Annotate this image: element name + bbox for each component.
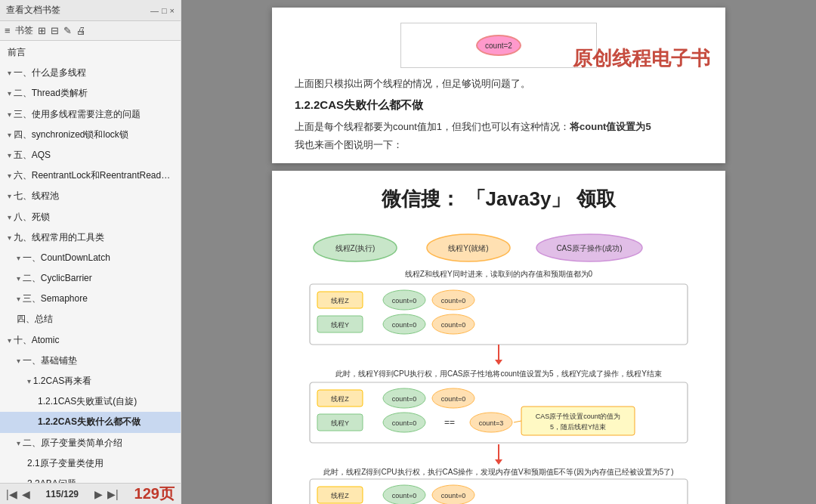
toc-item-9-1[interactable]: 一、CountDownLatch: [0, 248, 181, 268]
menu-icon[interactable]: ≡: [5, 25, 11, 36]
nav-arrows: |◀ ◀: [6, 488, 30, 500]
svg-text:5，随后线程Y结束: 5，随后线程Y结束: [550, 423, 606, 431]
svg-text:线程Z(执行): 线程Z(执行): [335, 244, 376, 252]
toc-item-5[interactable]: 五、AQS: [0, 145, 181, 165]
toc-item-10-2-2[interactable]: 2.2ABA问题: [0, 474, 181, 483]
svg-text:CAS原子操作(成功): CAS原子操作(成功): [556, 244, 622, 252]
window-title: 查看文档书签: [6, 4, 60, 17]
prev-page-icon[interactable]: ◀: [22, 488, 30, 500]
svg-text:count=0: count=0: [441, 395, 465, 403]
svg-text:线程Z: 线程Z: [331, 492, 349, 499]
print-icon[interactable]: 🖨: [76, 25, 86, 36]
last-page-icon[interactable]: ▶|: [107, 488, 119, 500]
next-page-icon[interactable]: ▶: [94, 488, 103, 500]
bold-part: 将count值设置为5: [570, 121, 651, 132]
svg-text:此时，线程Z得到CPU执行权，执行CAS操作，发现内存值V和: 此时，线程Z得到CPU执行权，执行CAS操作，发现内存值V和预期值E不等(因为内…: [323, 468, 673, 476]
svg-text:count=0: count=0: [441, 321, 465, 329]
current-page: 115: [46, 489, 61, 499]
svg-text:线程Z: 线程Z: [331, 297, 349, 305]
first-page-icon[interactable]: |◀: [6, 488, 17, 500]
intro-text: 上面图只模拟出两个线程的情况，但足够说明问题了。: [295, 77, 703, 91]
svg-rect-37: [521, 407, 635, 435]
toc-item-2[interactable]: 二、Thread类解析: [0, 83, 181, 104]
toc-item-9[interactable]: 九、线程常用的工具类: [0, 227, 181, 248]
svg-text:count=0: count=0: [441, 297, 465, 305]
svg-text:==: ==: [444, 417, 455, 428]
collapse-icon[interactable]: ⊟: [51, 25, 59, 36]
toc-item-9-2[interactable]: 二、CyclicBarrier: [0, 268, 181, 289]
minimize-icon[interactable]: —: [150, 6, 159, 15]
toolbar-icons: ≡ 书签 ⊞ ⊟ ✎ 🖨: [0, 21, 181, 41]
section-title: 1.2.2CAS失败什么都不做: [295, 98, 703, 113]
svg-text:线程Z和线程Y同时进来，读取到的内存值和预期值都为0: 线程Z和线程Y同时进来，读取到的内存值和预期值都为0: [405, 270, 593, 278]
svg-text:count=0: count=0: [392, 297, 416, 305]
svg-marker-42: [495, 459, 502, 465]
toc-item-10-1[interactable]: 一、基础铺垫: [0, 351, 181, 371]
toolbar-top: 查看文档书签 — □ ×: [0, 0, 181, 21]
svg-text:此时，线程Y得到CPU执行权，用CAS原子性地将count值: 此时，线程Y得到CPU执行权，用CAS原子性地将count值设置为5，线程Y完成…: [335, 369, 662, 378]
bottom-bar: |◀ ◀ 115/129 ▶ ▶| 129页: [0, 483, 181, 504]
svg-text:线程Y: 线程Y: [331, 419, 349, 427]
body-text1: 上面是每个线程都要为count值加1，但我们也可以有这种情况：将count值设置…: [295, 120, 703, 134]
toc-item-3[interactable]: 三、使用多线程需要注意的问题: [0, 104, 181, 125]
expand-icon[interactable]: ⊞: [38, 25, 46, 36]
svg-text:count=0: count=0: [392, 492, 416, 499]
diagram-page: 微信搜： 「Java3y」 领取 线程Z(执行) 线程Y(就绪) CAS原子操作…: [272, 171, 725, 504]
toc-item-7[interactable]: 七、线程池: [0, 186, 181, 206]
toc-item-10-1-2-1[interactable]: 1.2.1CAS失败重试(自旋): [0, 391, 181, 412]
page-info: 115/129: [46, 489, 79, 499]
page-top: count=2 上面图只模拟出两个线程的情况，但足够说明问题了。 1.2.2CA…: [272, 8, 725, 163]
edit-icon[interactable]: ✎: [63, 25, 72, 36]
toc-item-9-4[interactable]: 四、总结: [0, 309, 181, 329]
page-label: 129页: [134, 484, 175, 504]
toc-area: 前言 一、什么是多线程 二、Thread类解析 三、使用多线程需要注意的问题 四…: [0, 41, 181, 483]
wechat-header: 微信搜： 「Java3y」 领取: [287, 182, 710, 216]
svg-text:count=0: count=0: [392, 321, 416, 329]
svg-text:count=0: count=0: [441, 492, 465, 499]
svg-text:count=3: count=3: [479, 419, 503, 427]
toc-item-10-1-2-2[interactable]: 1.2.2CAS失败什么都不做: [0, 412, 181, 432]
left-panel: 查看文档书签 — □ × ≡ 书签 ⊞ ⊟ ✎ 🖨 前言 一、什么是多线程 二、…: [0, 0, 181, 504]
svg-rect-44: [310, 479, 688, 504]
svg-text:线程Z: 线程Z: [331, 395, 349, 403]
toc-item-8[interactable]: 八、死锁: [0, 207, 181, 227]
svg-rect-7: [310, 284, 688, 345]
restore-icon[interactable]: □: [162, 6, 167, 15]
bookmark-label[interactable]: 书签: [15, 24, 33, 37]
body-text2: 我也来画个图说明一下：: [295, 138, 703, 152]
toc-item-qianyan[interactable]: 前言: [0, 42, 181, 63]
toc-item-6[interactable]: 六、ReentrantLock和ReentrantReadW...: [0, 165, 181, 186]
window-controls: — □ ×: [150, 6, 175, 15]
toc-item-1[interactable]: 一、什么是多线程: [0, 63, 181, 83]
svg-text:线程Y(就绪): 线程Y(就绪): [448, 244, 488, 252]
svg-text:线程Y: 线程Y: [331, 321, 349, 329]
toc-item-10-2[interactable]: 二、原子变量类简单介绍: [0, 433, 181, 453]
toc-item-10-1-2[interactable]: 1.2CAS再来看: [0, 371, 181, 391]
svg-text:count=0: count=0: [392, 395, 416, 403]
svg-marker-21: [495, 360, 502, 365]
svg-text:CAS原子性设置count的值为: CAS原子性设置count的值为: [536, 413, 621, 420]
svg-text:count=0: count=0: [392, 419, 416, 427]
nav-arrows-right: ▶ ▶|: [94, 488, 119, 500]
toc-item-10-2-1[interactable]: 2.1原子变量类使用: [0, 453, 181, 474]
toc-item-9-3[interactable]: 三、Semaphore: [0, 289, 181, 309]
total-pages: 129: [63, 489, 79, 499]
toc-item-10[interactable]: 十、Atomic: [0, 330, 181, 351]
right-panel: count=2 上面图只模拟出两个线程的情况，但足够说明问题了。 1.2.2CA…: [181, 0, 816, 504]
toc-item-4[interactable]: 四、synchronized锁和lock锁: [0, 125, 181, 145]
diagram-container: 线程Z(执行) 线程Y(就绪) CAS原子操作(成功) 线程Z和线程Y同时进来，…: [287, 225, 710, 504]
close-icon[interactable]: ×: [170, 6, 175, 15]
